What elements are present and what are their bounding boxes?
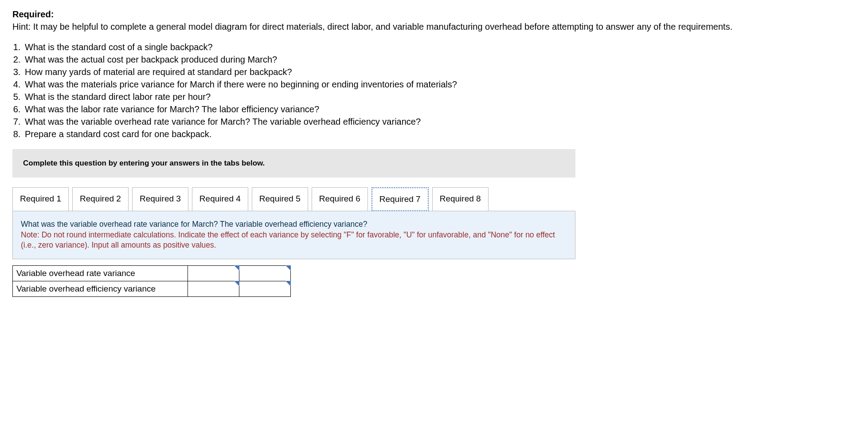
dropdown-indicator-icon — [234, 281, 239, 286]
answer-table: Variable overhead rate variance Variable… — [12, 265, 291, 297]
required-label: Required: — [12, 9, 54, 19]
dropdown-indicator-icon — [285, 265, 291, 271]
effect-select[interactable] — [239, 265, 291, 281]
hint-text: Hint: It may be helpful to complete a ge… — [12, 22, 732, 32]
row-label: Variable overhead rate variance — [13, 265, 188, 281]
tab-required-4[interactable]: Required 4 — [192, 187, 248, 211]
question-item: What was the variable overhead rate vari… — [23, 115, 831, 128]
table-row: Variable overhead efficiency variance — [13, 281, 291, 296]
question-item: What was the materials price variance fo… — [23, 78, 831, 91]
tab-required-3[interactable]: Required 3 — [132, 187, 188, 211]
question-item: What was the labor rate variance for Mar… — [23, 103, 831, 115]
panel-question: What was the variable overhead rate vari… — [21, 219, 567, 230]
question-item: What is the standard direct labor rate p… — [23, 91, 831, 103]
dropdown-indicator-icon — [285, 281, 291, 286]
row-label: Variable overhead efficiency variance — [13, 281, 188, 296]
tab-required-1[interactable]: Required 1 — [12, 187, 69, 211]
tab-required-6[interactable]: Required 6 — [312, 187, 368, 211]
question-item: What was the actual cost per backpack pr… — [23, 53, 831, 66]
questions-list: What is the standard cost of a single ba… — [12, 41, 831, 140]
panel-note: Note: Do not round intermediate calculat… — [21, 230, 567, 251]
tab-required-7[interactable]: Required 7 — [371, 187, 429, 211]
question-item: What is the standard cost of a single ba… — [23, 41, 831, 53]
question-panel: What was the variable overhead rate vari… — [12, 211, 575, 259]
table-row: Variable overhead rate variance — [13, 265, 291, 281]
header-hint: Required: Hint: It may be helpful to com… — [12, 8, 831, 33]
effect-select[interactable] — [239, 281, 291, 296]
dropdown-indicator-icon — [234, 265, 239, 271]
tab-required-5[interactable]: Required 5 — [252, 187, 308, 211]
tabs-row: Required 1 Required 2 Required 3 Require… — [12, 187, 831, 211]
tab-required-8[interactable]: Required 8 — [432, 187, 489, 211]
question-item: How many yards of material are required … — [23, 66, 831, 78]
question-item: Prepare a standard cost card for one bac… — [23, 128, 831, 140]
tab-required-2[interactable]: Required 2 — [72, 187, 129, 211]
amount-input[interactable] — [188, 265, 239, 281]
amount-input[interactable] — [188, 281, 239, 296]
instruction-bar: Complete this question by entering your … — [12, 149, 575, 178]
